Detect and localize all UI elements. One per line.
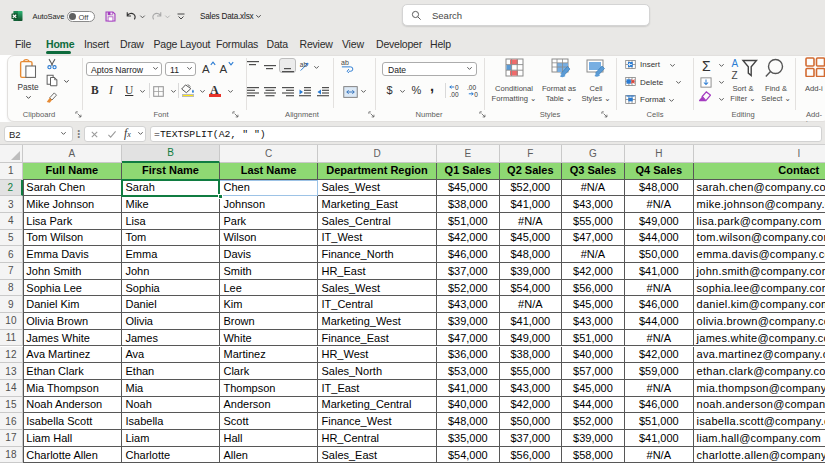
svg-text:A: A bbox=[732, 58, 739, 69]
svg-text:.00: .00 bbox=[449, 91, 458, 97]
svg-text:ab: ab bbox=[341, 59, 349, 66]
svg-text:ab: ab bbox=[300, 61, 308, 68]
svg-text:Z: Z bbox=[732, 69, 738, 80]
svg-text:0: 0 bbox=[474, 91, 478, 97]
